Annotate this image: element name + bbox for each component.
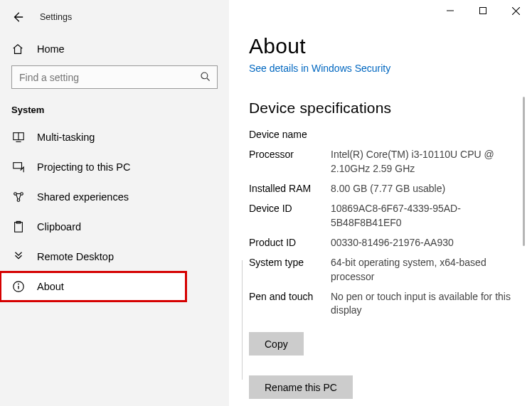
sidebar-item-about[interactable]: About xyxy=(0,272,186,301)
sidebar-item-label: Clipboard xyxy=(37,221,81,233)
clipboard-icon xyxy=(11,220,26,233)
projecting-icon xyxy=(11,161,26,173)
spec-row-device-name: Device name xyxy=(249,128,526,141)
spec-value: 64-bit operating system, x64-based proce… xyxy=(331,256,526,284)
back-button[interactable] xyxy=(10,9,26,25)
sidebar-item-label: Remote Desktop xyxy=(37,251,114,262)
svg-point-10 xyxy=(14,193,17,196)
divider xyxy=(242,260,243,380)
spec-label: Pen and touch xyxy=(249,290,331,318)
spec-table: Device name Processor Intel(R) Core(TM) … xyxy=(249,128,526,317)
spec-label: Processor xyxy=(249,148,331,176)
spec-row-product-id: Product ID 00330-81496-21976-AA930 xyxy=(249,236,526,250)
sidebar-item-home[interactable]: Home xyxy=(0,30,229,63)
security-link[interactable]: See details in Windows Security xyxy=(249,63,390,74)
sidebar-item-label: About xyxy=(37,281,64,292)
search-input[interactable] xyxy=(11,65,218,89)
sidebar-item-label: Multi-tasking xyxy=(37,132,95,143)
spec-row-pen-touch: Pen and touch No pen or touch input is a… xyxy=(249,290,526,318)
spec-value: 00330-81496-21976-AA930 xyxy=(331,236,467,250)
svg-rect-9 xyxy=(14,163,22,169)
svg-rect-13 xyxy=(15,223,23,233)
spec-label: System type xyxy=(249,256,331,284)
multitasking-icon xyxy=(11,131,26,144)
remote-desktop-icon xyxy=(11,250,26,263)
sidebar-item-label: Shared experiences xyxy=(37,191,129,203)
sidebar-item-multitasking[interactable]: Multi-tasking xyxy=(0,122,229,152)
svg-point-11 xyxy=(21,193,23,196)
copy-button[interactable]: Copy xyxy=(249,332,304,356)
minimize-button[interactable] xyxy=(434,0,467,21)
info-icon xyxy=(11,280,26,293)
spec-row-system-type: System type 64-bit operating system, x64… xyxy=(249,256,526,284)
svg-line-5 xyxy=(207,78,210,81)
spec-row-processor: Processor Intel(R) Core(TM) i3-10110U CP… xyxy=(249,148,526,176)
spec-label: Installed RAM xyxy=(249,182,331,196)
spec-row-device-id: Device ID 10869AC8-6F67-4339-95AD-5B48F8… xyxy=(249,202,526,230)
spec-value: 10869AC8-6F67-4339-95AD-5B48F8B41EF0 xyxy=(331,202,526,230)
scrollbar[interactable] xyxy=(523,97,525,246)
spec-row-ram: Installed RAM 8.00 GB (7.77 GB usable) xyxy=(249,182,526,196)
spec-label: Device ID xyxy=(249,202,331,230)
sidebar-item-shared-experiences[interactable]: Shared experiences xyxy=(0,182,229,212)
svg-point-4 xyxy=(201,73,208,79)
sidebar-item-clipboard[interactable]: Clipboard xyxy=(0,212,229,242)
section-heading: Device specifications xyxy=(249,100,526,117)
sidebar-group-header: System xyxy=(0,89,229,122)
spec-label: Device name xyxy=(249,128,331,141)
window-title: Settings xyxy=(40,12,72,22)
svg-point-16 xyxy=(18,284,19,285)
rename-pc-button[interactable]: Rename this PC xyxy=(249,375,353,399)
maximize-button[interactable] xyxy=(467,0,499,21)
spec-value xyxy=(331,128,344,141)
sidebar-item-projecting[interactable]: Projecting to this PC xyxy=(0,152,229,182)
spec-value: No pen or touch input is available for t… xyxy=(331,290,526,318)
sidebar-item-label: Projecting to this PC xyxy=(37,161,130,173)
svg-rect-1 xyxy=(480,8,486,14)
search-icon xyxy=(200,71,211,82)
close-button[interactable] xyxy=(499,0,532,21)
home-label: Home xyxy=(37,43,65,55)
svg-point-12 xyxy=(17,199,20,202)
home-icon xyxy=(11,43,26,55)
spec-value: 8.00 GB (7.77 GB usable) xyxy=(331,182,458,196)
page-title: About xyxy=(249,34,526,58)
spec-label: Product ID xyxy=(249,236,331,250)
shared-experiences-icon xyxy=(11,191,26,203)
spec-value: Intel(R) Core(TM) i3-10110U CPU @ 2.10GH… xyxy=(331,148,526,176)
sidebar-item-remote-desktop[interactable]: Remote Desktop xyxy=(0,242,229,272)
